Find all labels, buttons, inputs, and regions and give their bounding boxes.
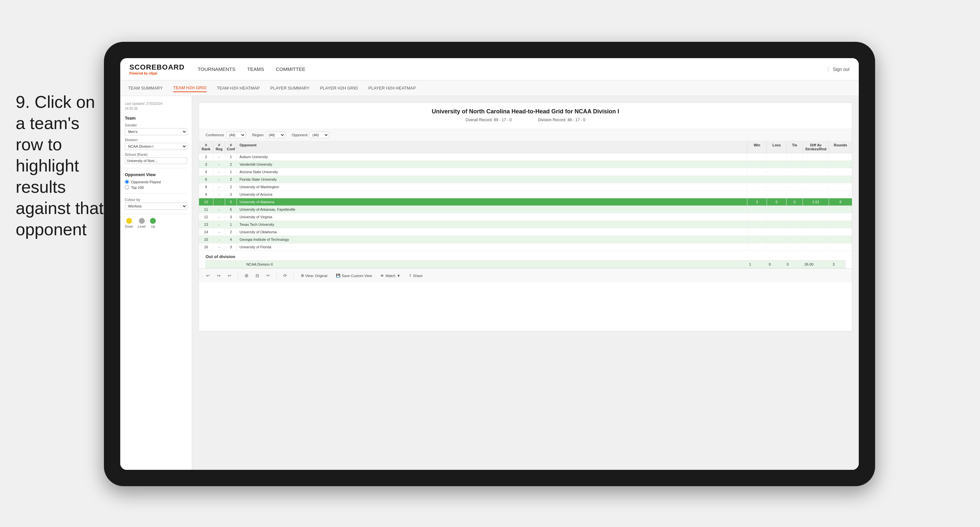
down-dot [126,218,132,224]
cell-tie [786,238,803,241]
cell-tie [786,170,803,174]
school-input[interactable] [125,158,187,164]
col-header-rounds: Rounds [829,141,852,153]
cell-win [747,178,767,181]
watch-button[interactable]: 👁 Watch ▼ [378,273,403,279]
table-row[interactable]: 13 - 1 Texas Tech University [199,221,852,228]
gender-select[interactable]: Men's [125,128,187,135]
legend-area: Down Level Up [125,218,187,228]
region-filter-select[interactable]: (All) [266,132,285,138]
cell-rounds [829,223,852,226]
logo-sub: Powered by clippi [129,72,185,75]
cell-rank: 3 [199,161,213,168]
cell-opponent: University of Washington [237,183,747,191]
colour-by-label: Colour by [125,197,187,202]
cell-rank: 4 [199,168,213,175]
refresh-button[interactable]: ⟳ [282,272,289,279]
table-row[interactable]: 8 - 2 University of Washington [199,183,852,191]
radio-opponents-played[interactable]: Opponents Played [125,180,187,184]
division-field-label: Division [125,138,187,142]
cut-button[interactable]: ✂ [264,272,272,279]
cell-conf: 1 [225,221,237,228]
tab-player-h2h-heatmap[interactable]: PLAYER H2H HEATMAP [368,84,416,92]
tab-player-h2h-grid[interactable]: PLAYER H2H GRID [320,84,358,92]
cell-rounds [829,215,852,218]
cell-loss [767,155,786,158]
division-record-label: Division Record: 88 - 17 - 0 [538,118,585,122]
cell-win [747,155,767,158]
opponent-filter-select[interactable]: (All) [309,132,329,138]
table-row[interactable]: 14 - 2 University of Oklahoma [199,228,852,236]
paste-button[interactable]: ⊟ [254,272,261,279]
nav-item-committee[interactable]: COMMITTEE [276,65,305,73]
cell-reg: - [213,168,225,175]
table-row[interactable]: 15 - 4 Georgia Institute of Technology [199,236,852,244]
undo-button[interactable]: ↩ [204,272,212,279]
cell-rounds [829,185,852,188]
tab-team-summary[interactable]: TEAM SUMMARY [128,84,163,92]
colour-by-select[interactable]: Win/loss [125,202,187,210]
cell-opponent: University of Arkansas, Fayetteville [237,206,747,213]
legend-down: Down [125,218,133,228]
cell-reg: - [213,244,225,251]
table-row[interactable]: 4 - 1 Arizona State University [199,168,852,176]
report-records: Overall Record: 89 - 17 - 0 Division Rec… [205,118,845,122]
table-row[interactable]: 9 - 3 University of Arizona [199,191,852,198]
ood-tie: 0 [780,261,796,268]
table-row[interactable]: 6 - 2 Florida State University [199,176,852,183]
cell-conf: 2 [225,161,237,168]
radio-top100[interactable]: Top 100 [125,185,187,189]
table-row[interactable]: 16 - 3 University of Florida [199,244,852,251]
redo-button[interactable]: ↪ [215,272,223,279]
opponent-filter-label: Opponent [292,133,307,137]
cell-diff [803,185,829,188]
save-custom-view-button[interactable]: 💾 Save Custom View [333,272,375,279]
tab-team-h2h-grid[interactable]: TEAM H2H GRID [173,84,207,92]
cell-win [747,208,767,211]
filter-conference: Conference (All) [205,132,246,138]
ood-diff: 26.00 [796,261,822,268]
cell-win [747,215,767,218]
conference-filter-select[interactable]: (All) [226,132,246,138]
cell-conf: 5 [225,198,237,205]
cell-rank: 10 [199,198,213,205]
cell-conf: 3 [225,213,237,221]
nav-item-teams[interactable]: TEAMS [247,65,264,73]
nav-item-tournaments[interactable]: TOURNAMENTS [198,65,235,73]
table-row[interactable]: 2 - 1 Auburn University [199,153,852,161]
copy-button[interactable]: ⊞ [243,272,250,279]
toolbar: ↩ ↪ ↩ ⊞ ⊟ ✂ ⟳ ⊞ View: Original [199,268,852,283]
cell-diff: 2.61 [803,198,829,205]
view-button[interactable]: ⊞ View: Original [298,272,330,279]
filter-row: Conference (All) Region (All) [199,129,852,141]
sidebar-meta: Last Updated: 27/03/2024 16:55:38 [125,101,187,111]
tab-player-summary[interactable]: PLAYER SUMMARY [270,84,309,92]
tablet-screen: SCOREBOARD Powered by clippi TOURNAMENTS… [120,58,859,470]
tab-team-h2h-heatmap[interactable]: TEAM H2H HEATMAP [217,84,260,92]
nav-divider: | [827,66,829,72]
logo-text: SCOREBOARD [129,63,185,72]
cell-diff [803,230,829,234]
cell-rank: 13 [199,221,213,228]
ood-rounds: 3 [822,261,845,268]
sign-out-button[interactable]: Sign out [833,67,850,72]
instruction-text: 9. Click on a team's row to highlight re… [16,91,107,240]
cell-opponent: University of Oklahoma [237,228,747,236]
col-header-rank: # Rank [199,141,213,153]
cell-conf: 6 [225,206,237,213]
col-header-conf: # Conf [225,141,237,153]
gender-field-label: Gender [125,123,187,127]
ood-row[interactable]: NCAA Division II 1 0 0 26.00 3 [205,260,845,268]
cell-opponent: University of Alabama [237,198,747,205]
share-button[interactable]: ⇧ Share [406,272,425,279]
division-select[interactable]: NCAA Division I [125,143,187,150]
cell-conf: 4 [225,236,237,243]
cell-rank: 12 [199,213,213,221]
table-row[interactable]: 10 - 5 University of Alabama 3 0 0 2.61 … [199,198,852,206]
undo2-button[interactable]: ↩ [226,272,233,279]
table-row[interactable]: 3 - 2 Vanderbilt University [199,161,852,168]
table-row[interactable]: 11 - 6 University of Arkansas, Fayettevi… [199,206,852,213]
report-container: University of North Carolina Head-to-Hea… [199,103,852,331]
table-row[interactable]: 12 - 3 University of Virginia [199,213,852,221]
view-icon: ⊞ [301,274,304,278]
